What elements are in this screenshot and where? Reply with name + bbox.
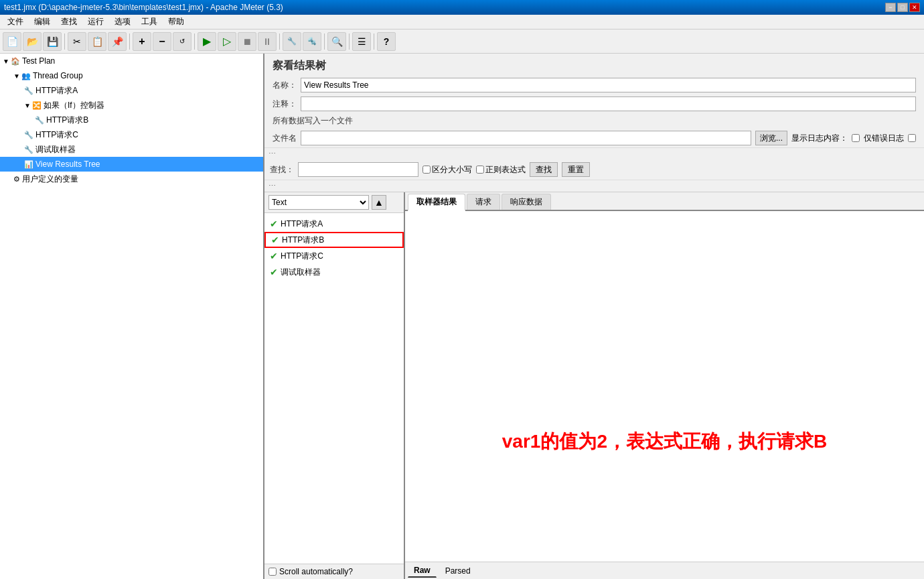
view-results-tree-label: View Results Tree [35, 159, 100, 169]
menu-tools[interactable]: 工具 [137, 14, 162, 29]
tree-item-debug-sampler[interactable]: 🔧 调试取样器 [0, 142, 263, 157]
menu-edit[interactable]: 编辑 [29, 14, 55, 29]
toggle-test-plan[interactable]: ▼ [3, 58, 9, 65]
tabs-bar: 取样器结果 请求 响应数据 [405, 192, 924, 211]
close-button[interactable]: ✕ [909, 3, 920, 12]
toolbar-separator-3 [194, 34, 195, 50]
menu-run[interactable]: 运行 [83, 14, 108, 29]
bottom-tab-parsed[interactable]: Parsed [439, 564, 477, 578]
dots-row-2: ⋯ [264, 180, 924, 192]
req-item-debug[interactable]: ✔ 调试取样器 [264, 264, 404, 280]
toolbar-separator-4 [279, 34, 280, 50]
filename-input[interactable] [301, 131, 751, 145]
tree-item-thread-group[interactable]: ▼ 👥 Thread Group [0, 68, 263, 83]
main-layout: ▼ 🏠 Test Plan ▼ 👥 Thread Group 🔧 HTTP请求A… [0, 54, 924, 579]
tab-response-data[interactable]: 响应数据 [502, 194, 551, 210]
toggle-if-controller[interactable]: ▼ [24, 102, 31, 109]
scroll-auto-checkbox[interactable] [268, 568, 277, 576]
panel-title: 察看结果树 [264, 54, 924, 76]
req-item-c[interactable]: ✔ HTTP请求C [264, 248, 404, 264]
title-bar: test1.jmx (D:\apache-jmeter-5.3\bin\temp… [0, 0, 924, 15]
browse-button[interactable]: 浏览... [755, 131, 787, 145]
req-item-b[interactable]: ✔ HTTP请求B [264, 232, 404, 248]
test-plan-label: Test Plan [22, 56, 55, 66]
copy-button[interactable]: 📋 [88, 32, 106, 51]
add-button[interactable]: + [133, 32, 151, 51]
tree-item-test-plan[interactable]: ▼ 🏠 Test Plan [0, 54, 263, 68]
name-input[interactable] [301, 78, 916, 92]
toggle-thread-group[interactable]: ▼ [13, 72, 20, 80]
tree-item-if-controller[interactable]: ▼ 🔀 如果（If）控制器 [0, 98, 263, 113]
start-button[interactable]: ▶ [198, 32, 216, 51]
http-req-b-label: HTTP请求B [46, 115, 88, 126]
menu-help[interactable]: 帮助 [163, 14, 189, 29]
menu-bar: 文件 编辑 查找 运行 选项 工具 帮助 [0, 15, 924, 29]
remote-stop-button[interactable]: 🔩 [303, 32, 321, 51]
open-button[interactable]: 📂 [23, 32, 42, 51]
reset-button[interactable]: 重置 [562, 162, 590, 177]
extra-checkbox[interactable] [908, 134, 916, 142]
title-text: test1.jmx (D:\apache-jmeter-5.3\bin\temp… [4, 3, 283, 12]
format-dropdown[interactable]: Text XML JSON HTML RegExp Tester CSS/JQu… [268, 195, 369, 210]
http-req-b-icon: 🔧 [35, 116, 44, 125]
menu-file[interactable]: 文件 [3, 14, 28, 29]
tree-item-http-req-c[interactable]: 🔧 HTTP请求C [0, 127, 263, 142]
thread-group-label: Thread Group [33, 71, 83, 80]
only-error-checkbox[interactable] [852, 134, 860, 142]
bottom-tab-raw[interactable]: Raw [408, 564, 437, 578]
toolbar: 📄 📂 💾 ✂ 📋 📌 + − ↺ ▶ ▷ ⏹ ⏸ 🔧 🔩 🔍 ☰ ? [0, 29, 924, 54]
http-req-a-icon: 🔧 [24, 86, 33, 95]
regex-checkbox[interactable] [476, 166, 484, 174]
search-input[interactable] [298, 162, 418, 177]
stop-button[interactable]: ⏹ [238, 32, 256, 51]
case-sensitive-checkbox[interactable] [422, 166, 431, 174]
menu-find[interactable]: 查找 [56, 14, 82, 29]
new-button[interactable]: 📄 [3, 32, 21, 51]
req-label-b: HTTP请求B [282, 235, 324, 246]
search-toolbar-button[interactable]: 🔍 [327, 32, 346, 51]
name-row: 名称： [264, 76, 924, 94]
maximize-button[interactable]: □ [897, 3, 908, 12]
help-toolbar-button[interactable]: ? [377, 32, 396, 51]
user-vars-label: 用户定义的变量 [22, 174, 78, 185]
comment-label: 注释： [273, 99, 297, 110]
tab-sampler-result[interactable]: 取样器结果 [408, 194, 465, 211]
user-vars-icon: ⚙ [13, 175, 20, 184]
tab-request[interactable]: 请求 [467, 194, 500, 210]
cut-button[interactable]: ✂ [68, 32, 86, 51]
req-label-a: HTTP请求A [281, 218, 323, 230]
toolbar-separator-2 [129, 34, 130, 50]
dots-icon-2: ⋯ [268, 182, 276, 190]
req-label-c: HTTP请求C [281, 251, 323, 262]
write-all-row: 所有数据写入一个文件 [264, 113, 924, 129]
remote-start-button[interactable]: 🔧 [283, 32, 301, 51]
menu-options[interactable]: 选项 [110, 14, 135, 29]
tree-item-user-vars[interactable]: ⚙ 用户定义的变量 [0, 172, 263, 186]
toggle-button[interactable]: ☰ [352, 32, 371, 51]
view-results-tree-icon: 📊 [24, 160, 33, 169]
clear-button[interactable]: ↺ [173, 32, 191, 51]
tree-item-http-req-b[interactable]: 🔧 HTTP请求B [0, 113, 263, 127]
req-label-debug: 调试取样器 [281, 267, 321, 278]
tree-item-http-req-a[interactable]: 🔧 HTTP请求A [0, 83, 263, 98]
debug-sampler-icon: 🔧 [24, 145, 33, 154]
shutdown-button[interactable]: ⏸ [258, 32, 277, 51]
tree-item-view-results-tree[interactable]: 📊 View Results Tree [0, 157, 263, 172]
save-button[interactable]: 💾 [43, 32, 62, 51]
left-panel: ▼ 🏠 Test Plan ▼ 👥 Thread Group 🔧 HTTP请求A… [0, 54, 264, 579]
thread-group-icon: 👥 [21, 72, 31, 80]
http-req-a-label: HTTP请求A [35, 85, 78, 96]
start-nopause-button[interactable]: ▷ [218, 32, 236, 51]
dropdown-toggle[interactable]: ▲ [372, 195, 386, 210]
minimize-button[interactable]: − [885, 3, 896, 12]
test-plan-icon: 🏠 [11, 57, 20, 66]
comment-input[interactable] [301, 96, 916, 111]
find-button[interactable]: 查找 [530, 162, 558, 177]
dots-row-1: ⋯ [264, 147, 924, 159]
results-tree-pane: Text XML JSON HTML RegExp Tester CSS/JQu… [264, 192, 405, 579]
status-icon-b: ✔ [271, 235, 279, 245]
http-req-c-label: HTTP请求C [35, 129, 78, 141]
delete-button[interactable]: − [153, 32, 171, 51]
req-item-a[interactable]: ✔ HTTP请求A [264, 216, 404, 232]
paste-button[interactable]: 📌 [108, 32, 127, 51]
